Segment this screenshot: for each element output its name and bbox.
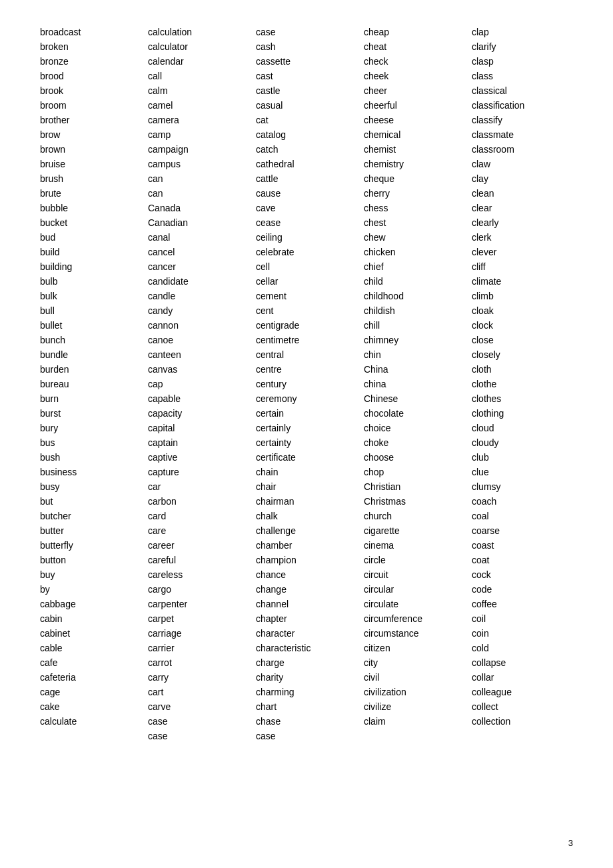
list-item: colleague <box>472 687 573 697</box>
list-item: carpenter <box>148 599 249 609</box>
list-item: climb <box>472 291 573 301</box>
list-item: broken <box>40 41 141 52</box>
list-item: circumference <box>364 613 465 624</box>
list-item: can <box>148 188 249 199</box>
list-item: civilize <box>364 701 465 712</box>
list-item: collect <box>472 701 573 712</box>
list-item: careless <box>148 569 249 580</box>
list-item: cattle <box>256 173 357 184</box>
list-item: cave <box>256 203 357 213</box>
list-item: chocolate <box>364 408 465 419</box>
list-item: centre <box>256 364 357 375</box>
list-item: build <box>40 247 141 257</box>
list-item: carrot <box>148 657 249 668</box>
list-item: church <box>364 511 465 521</box>
list-item: century <box>256 379 357 389</box>
list-item: cable <box>40 643 141 653</box>
list-item: buy <box>40 569 141 580</box>
list-item: cannon <box>148 320 249 331</box>
list-item: check <box>364 56 465 67</box>
list-item: clumsy <box>472 481 573 492</box>
list-item: classroom <box>472 144 573 155</box>
list-item: bubble <box>40 203 141 213</box>
list-item: cloth <box>472 364 573 375</box>
list-item: castle <box>256 85 357 96</box>
list-item: china <box>364 379 465 389</box>
list-item: cheat <box>364 41 465 52</box>
list-item <box>40 731 141 741</box>
list-item: cabinet <box>40 628 141 639</box>
list-item: bush <box>40 452 141 463</box>
list-item: coast <box>472 540 573 551</box>
list-item: cake <box>40 701 141 712</box>
list-item: coffee <box>472 599 573 609</box>
list-item: chemist <box>364 144 465 155</box>
list-item: carry <box>148 672 249 683</box>
list-item: cart <box>148 687 249 697</box>
list-item: club <box>472 452 573 463</box>
list-item: climate <box>472 276 573 287</box>
list-item: but <box>40 496 141 507</box>
list-item: camera <box>148 115 249 125</box>
list-item: choose <box>364 452 465 463</box>
list-item: centimetre <box>256 335 357 345</box>
list-item: carbon <box>148 496 249 507</box>
list-item: case <box>148 716 249 727</box>
list-item: cafe <box>40 657 141 668</box>
list-item: canvas <box>148 364 249 375</box>
list-item: clue <box>472 467 573 477</box>
list-item: coach <box>472 496 573 507</box>
list-item: campaign <box>148 144 249 155</box>
list-item: claim <box>364 716 465 727</box>
list-item: central <box>256 349 357 360</box>
list-item: brow <box>40 129 141 140</box>
list-item: clock <box>472 320 573 331</box>
list-item: cent <box>256 305 357 316</box>
list-item: cellar <box>256 276 357 287</box>
list-item: case <box>256 27 357 37</box>
list-item: cash <box>256 41 357 52</box>
list-item: chalk <box>256 511 357 521</box>
list-item: cherry <box>364 188 465 199</box>
list-item: champion <box>256 555 357 565</box>
list-item: brook <box>40 85 141 96</box>
list-item: clothes <box>472 393 573 404</box>
list-item: calculator <box>148 41 249 52</box>
list-item: cloud <box>472 423 573 433</box>
list-item: city <box>364 657 465 668</box>
list-item: close <box>472 335 573 345</box>
list-item: camp <box>148 129 249 140</box>
list-item: ceiling <box>256 232 357 243</box>
list-item: bullet <box>40 320 141 331</box>
list-item: classical <box>472 85 573 96</box>
list-item: cat <box>256 115 357 125</box>
list-item: Christian <box>364 481 465 492</box>
list-item: candle <box>148 291 249 301</box>
list-item: chapter <box>256 613 357 624</box>
list-item: chimney <box>364 335 465 345</box>
list-item: chairman <box>256 496 357 507</box>
list-item: chemical <box>364 129 465 140</box>
list-item: cloudy <box>472 437 573 448</box>
list-item: cinema <box>364 540 465 551</box>
list-item: classification <box>472 100 573 111</box>
list-item: civilization <box>364 687 465 697</box>
list-item: clarify <box>472 41 573 52</box>
list-item: can <box>148 173 249 184</box>
list-item: cabbage <box>40 599 141 609</box>
list-item: cigarette <box>364 525 465 536</box>
list-item: ceremony <box>256 393 357 404</box>
list-item: cheap <box>364 27 465 37</box>
list-item: cause <box>256 188 357 199</box>
list-item: call <box>148 71 249 81</box>
list-item: challenge <box>256 525 357 536</box>
list-item: carve <box>148 701 249 712</box>
list-item: channel <box>256 599 357 609</box>
list-item: building <box>40 261 141 272</box>
list-item: centigrade <box>256 320 357 331</box>
list-item: circulate <box>364 599 465 609</box>
list-item: cheque <box>364 173 465 184</box>
list-item: class <box>472 71 573 81</box>
list-item: choke <box>364 437 465 448</box>
list-item: certificate <box>256 452 357 463</box>
